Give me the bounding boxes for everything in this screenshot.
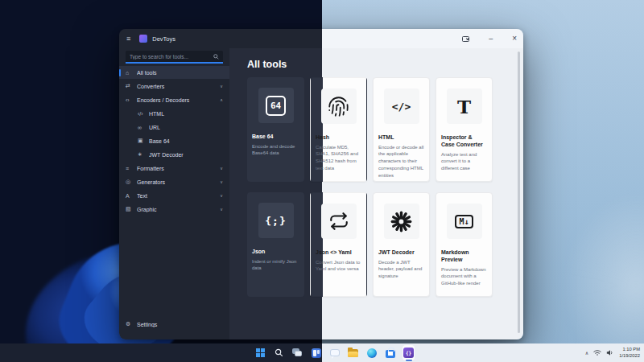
tool-card-base64[interactable]: 64 Base 64 Encode and decode Base64 data xyxy=(247,77,304,182)
taskbar-search-button[interactable] xyxy=(273,347,285,359)
chevron-down-icon[interactable]: ∨ xyxy=(220,179,223,184)
system-tray: ∧ 1:10 PM 1/19/2022 xyxy=(585,343,640,362)
graphic-icon: ▧ xyxy=(126,206,137,212)
search-icon xyxy=(275,348,283,357)
tool-card-hash[interactable]: Hash Calculate MD5, SHA1, SHA256 and SHA… xyxy=(310,77,367,182)
scrollbar[interactable] xyxy=(518,51,520,333)
taskbar: {} ∧ 1:10 PM 1/19/2022 xyxy=(0,343,644,362)
running-app-indicator xyxy=(406,360,412,361)
main-pane: All tools 64 Base 64 Encode and decode B… xyxy=(229,48,523,339)
home-icon: ⌂ xyxy=(126,70,137,76)
tool-card-inspector-case-converter[interactable]: T Inspector & Case Converter Analyze tex… xyxy=(436,77,493,182)
encoder-icon: ‹› xyxy=(126,97,137,103)
sidebar-item-html[interactable]: ‹/› HTML xyxy=(119,107,229,120)
letter-t-icon: T xyxy=(447,88,482,124)
generator-icon: ◎ xyxy=(126,179,137,185)
tool-card-json[interactable]: {;} Json Indent or minify Json data xyxy=(247,192,304,297)
tool-card-grid: 64 Base 64 Encode and decode Base64 data xyxy=(247,77,493,297)
sidebar-item-all-tools[interactable]: ⌂ All tools xyxy=(119,66,229,79)
jwt-icon: ∗ xyxy=(138,151,149,158)
json-icon: {;} xyxy=(258,203,294,238)
text-icon: A xyxy=(126,193,137,199)
chevron-down-icon[interactable]: ∨ xyxy=(220,166,223,171)
titlebar[interactable]: ≡ DevToys – × xyxy=(119,29,523,48)
sidebar-item-url[interactable]: ∞ URL xyxy=(119,121,229,134)
hamburger-menu-icon[interactable]: ≡ xyxy=(126,35,130,43)
clock-time: 1:10 PM xyxy=(619,347,640,352)
sidebar-item-text[interactable]: A Text ∨ xyxy=(119,189,229,202)
sidebar-nav: ⌂ All tools ⇄ Converters ∨ ‹› Encoders /… xyxy=(119,66,229,216)
sidebar-item-encoders-decoders[interactable]: ‹› Encoders / Decoders ∧ xyxy=(119,93,229,106)
clock-date: 1/19/2022 xyxy=(619,353,640,359)
formatter-icon: ≡ xyxy=(126,166,137,171)
file-explorer-button[interactable] xyxy=(347,347,359,359)
repeat-icon xyxy=(321,204,357,239)
sidebar-item-jwt-decoder[interactable]: ∗ JWT Decoder xyxy=(119,148,229,161)
minimize-button[interactable]: – xyxy=(489,35,493,43)
microsoft-store-icon xyxy=(386,350,395,358)
sidebar-item-generators[interactable]: ◎ Generators ∨ xyxy=(119,175,229,188)
task-view-button[interactable] xyxy=(291,347,303,359)
html-icon: ‹/› xyxy=(138,111,149,117)
tool-card-markdown-preview[interactable]: M↓ Markdown Preview Preview a Markdown d… xyxy=(436,192,493,297)
start-button[interactable] xyxy=(254,347,266,359)
widgets-button[interactable] xyxy=(310,347,322,359)
taskbar-icon-row: {} xyxy=(254,343,415,362)
tool-card-html[interactable]: </> HTML Encode or decode all the applic… xyxy=(373,77,430,182)
tray-chevron-up-icon[interactable]: ∧ xyxy=(585,351,588,356)
search-box[interactable] xyxy=(126,51,223,64)
windows-logo-icon xyxy=(256,348,265,357)
chevron-down-icon[interactable]: ∨ xyxy=(220,193,223,198)
compact-overlay-button[interactable] xyxy=(462,35,469,42)
chat-bubble-icon xyxy=(330,349,340,356)
convert-icon: ⇄ xyxy=(126,83,137,89)
taskbar-clock[interactable]: 1:10 PM 1/19/2022 xyxy=(619,347,640,358)
burst-icon xyxy=(384,204,419,239)
code-icon: </> xyxy=(384,88,419,124)
search-input[interactable] xyxy=(130,54,213,60)
link-icon: ∞ xyxy=(138,125,149,130)
chevron-up-icon[interactable]: ∧ xyxy=(220,97,223,102)
volume-icon[interactable] xyxy=(606,349,614,356)
sidebar: ⌂ All tools ⇄ Converters ∨ ‹› Encoders /… xyxy=(119,48,229,339)
folder-icon xyxy=(348,349,358,357)
chevron-down-icon[interactable]: ∨ xyxy=(220,207,223,212)
wifi-icon[interactable] xyxy=(593,349,601,356)
sidebar-item-formatters[interactable]: ≡ Formatters ∨ xyxy=(119,162,229,175)
devtoys-window: ≡ DevToys – × ⌂ All tools ⇄ Converter xyxy=(119,29,523,339)
widgets-icon xyxy=(312,348,321,358)
tool-card-jwt-decoder[interactable]: JWT Decoder Decode a JWT header, payload… xyxy=(373,192,430,297)
page-title: All tools xyxy=(247,59,287,70)
sidebar-item-graphic[interactable]: ▧ Graphic ∨ xyxy=(119,203,229,216)
sidebar-item-settings[interactable]: ⚙ Settings xyxy=(119,318,229,331)
edge-button[interactable] xyxy=(365,347,378,359)
devtoys-taskbar-button[interactable]: {} xyxy=(402,347,415,359)
store-button[interactable] xyxy=(384,347,396,359)
fingerprint-icon xyxy=(321,88,357,124)
base64-icon: ▣ xyxy=(138,138,149,144)
markdown-icon: M↓ xyxy=(447,204,482,239)
sidebar-item-base64[interactable]: ▣ Base 64 xyxy=(119,134,229,147)
chat-button[interactable] xyxy=(328,347,341,359)
base64-icon: 64 xyxy=(258,88,294,123)
window-title: DevToys xyxy=(152,35,175,43)
tool-card-json-yaml[interactable]: Json <> Yaml Convert Json data to Yaml a… xyxy=(310,192,367,297)
sidebar-item-converters[interactable]: ⇄ Converters ∨ xyxy=(119,80,229,93)
devtoys-app-icon: {} xyxy=(403,348,414,358)
close-button[interactable]: × xyxy=(512,35,517,43)
edge-browser-icon xyxy=(367,348,377,358)
search-icon[interactable] xyxy=(213,54,219,60)
bloom-glow-icon xyxy=(564,193,644,362)
chevron-down-icon[interactable]: ∨ xyxy=(220,84,223,88)
gear-icon: ⚙ xyxy=(126,321,137,327)
devtoys-logo-icon xyxy=(139,35,147,43)
